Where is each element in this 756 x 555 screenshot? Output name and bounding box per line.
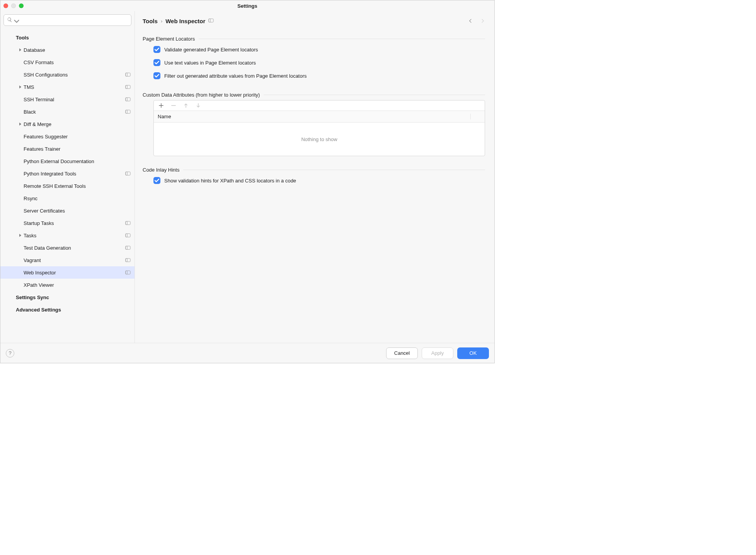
checkbox[interactable] (153, 59, 160, 66)
tree-item-tms[interactable]: TMS (0, 81, 135, 93)
footer: ? Cancel Apply OK (0, 343, 494, 363)
tree-item-label: Python Integrated Tools (24, 171, 125, 177)
tree-item-csv-formats[interactable]: CSV Formats (0, 56, 135, 68)
project-badge-icon (125, 85, 131, 89)
divider (183, 170, 485, 170)
tree-item-label: Test Data Generation (24, 245, 125, 251)
table-toolbar (154, 100, 485, 111)
tree-item-ssh-terminal[interactable]: SSH Terminal (0, 93, 135, 106)
section-title-cda: Custom Data Attributes (from higher to l… (143, 92, 260, 98)
breadcrumb-parent[interactable]: Tools (143, 18, 158, 24)
tree-item-ssh-configurations[interactable]: SSH Configurations (0, 68, 135, 81)
tree-item-label: Settings Sync (16, 295, 131, 300)
checkbox[interactable] (153, 46, 160, 53)
help-button[interactable]: ? (6, 349, 14, 358)
search-input[interactable] (19, 17, 128, 23)
tree-item-web-inspector[interactable]: Web Inspector (0, 266, 135, 279)
remove-row-button (170, 102, 177, 109)
tree-item-settings-sync[interactable]: Settings Sync (0, 291, 135, 303)
svg-rect-15 (126, 246, 127, 250)
svg-rect-8 (126, 172, 130, 175)
tree-item-label: Python External Documentation (24, 158, 131, 164)
cancel-button[interactable]: Cancel (386, 347, 418, 359)
search-options-chevron-icon[interactable] (14, 19, 17, 22)
breadcrumb-current: Web Inspector (165, 18, 205, 24)
checkbox-label[interactable]: Use text values in Page Element locators (164, 60, 256, 66)
tree-item-label: XPath Viewer (24, 282, 131, 288)
tree-item-startup-tasks[interactable]: Startup Tasks (0, 217, 135, 229)
tree-item-label: Advanced Settings (16, 307, 131, 313)
expand-arrow-icon[interactable] (17, 122, 24, 126)
svg-rect-18 (126, 271, 130, 274)
tree-item-label: Remote SSH External Tools (24, 183, 131, 189)
tree-item-xpath-viewer[interactable]: XPath Viewer (0, 279, 135, 291)
column-header-name[interactable]: Name (154, 114, 471, 119)
svg-rect-9 (126, 172, 127, 175)
svg-rect-21 (209, 19, 210, 22)
main-panel: Tools › Web Inspector Page Element Locat (135, 11, 494, 343)
tree-item-label: Vagrant (24, 257, 125, 263)
tree-item-python-integrated-tools[interactable]: Python Integrated Tools (0, 167, 135, 180)
tree-item-remote-ssh-external-tools[interactable]: Remote SSH External Tools (0, 180, 135, 192)
project-badge-icon (125, 258, 131, 262)
svg-rect-16 (126, 259, 130, 262)
svg-rect-10 (126, 221, 130, 225)
tree-item-test-data-generation[interactable]: Test Data Generation (0, 242, 135, 254)
svg-rect-13 (126, 234, 127, 237)
tree-item-features-suggester[interactable]: Features Suggester (0, 130, 135, 143)
section-custom-data-attributes: Custom Data Attributes (from higher to l… (143, 92, 485, 156)
search-box[interactable] (3, 14, 131, 26)
tree-item-label: Web Inspector (24, 270, 125, 276)
section-title-cih: Code Inlay Hints (143, 167, 179, 173)
tree-item-label: Server Certificates (24, 208, 131, 214)
checkbox-label[interactable]: Filter out generated attribute values fr… (164, 73, 307, 79)
tree-item-label: Rsync (24, 196, 131, 201)
svg-rect-3 (126, 85, 127, 89)
checkbox[interactable] (153, 177, 160, 184)
tree-item-label: SSH Configurations (24, 72, 125, 78)
tree-item-vagrant[interactable]: Vagrant (0, 254, 135, 266)
project-badge-icon (125, 171, 131, 176)
ok-button[interactable]: OK (457, 347, 489, 359)
add-row-button[interactable] (158, 102, 165, 109)
expand-arrow-icon[interactable] (17, 48, 24, 52)
tree-item-features-trainer[interactable]: Features Trainer (0, 143, 135, 155)
table-empty-label: Nothing to show (154, 123, 485, 156)
checkbox-label[interactable]: Show validation hints for XPath and CSS … (164, 178, 296, 184)
maximize-window-button[interactable] (19, 3, 24, 8)
settings-tree[interactable]: ToolsDatabaseCSV FormatsSSH Configuratio… (0, 29, 135, 343)
tree-item-label: Startup Tasks (24, 220, 125, 226)
breadcrumb-bar: Tools › Web Inspector (135, 11, 494, 28)
checkbox-label[interactable]: Validate generated Page Element locators (164, 47, 258, 53)
nav-back-button[interactable] (467, 17, 475, 25)
tree-item-diff-merge[interactable]: Diff & Merge (0, 118, 135, 130)
svg-rect-11 (126, 221, 127, 225)
tree-item-advanced-settings[interactable]: Advanced Settings (0, 303, 135, 316)
tree-item-tools[interactable]: Tools (0, 31, 135, 44)
tree-item-python-external-documentation[interactable]: Python External Documentation (0, 155, 135, 167)
sidebar: ToolsDatabaseCSV FormatsSSH Configuratio… (0, 11, 135, 343)
checkbox-row: Filter out generated attribute values fr… (153, 70, 485, 81)
tree-item-rsync[interactable]: Rsync (0, 192, 135, 204)
tree-item-black[interactable]: Black (0, 106, 135, 118)
custom-attributes-table: Name Nothing to show (153, 100, 485, 156)
tree-item-server-certificates[interactable]: Server Certificates (0, 204, 135, 217)
minimize-window-button[interactable] (11, 3, 16, 8)
tree-item-label: Black (24, 109, 125, 115)
close-window-button[interactable] (3, 3, 8, 8)
tree-item-tasks[interactable]: Tasks (0, 229, 135, 242)
expand-arrow-icon[interactable] (17, 233, 24, 237)
checkbox-row: Show validation hints for XPath and CSS … (153, 175, 485, 186)
svg-rect-1 (126, 73, 127, 77)
checkbox[interactable] (153, 72, 160, 79)
search-wrap (0, 11, 135, 29)
checkbox-row: Validate generated Page Element locators (153, 44, 485, 55)
expand-arrow-icon[interactable] (17, 85, 24, 89)
svg-rect-4 (126, 98, 130, 101)
divider (264, 95, 485, 95)
tree-item-label: Database (24, 47, 131, 53)
svg-rect-14 (126, 246, 130, 250)
project-badge-icon (125, 72, 131, 77)
svg-rect-17 (126, 259, 127, 262)
tree-item-database[interactable]: Database (0, 44, 135, 56)
